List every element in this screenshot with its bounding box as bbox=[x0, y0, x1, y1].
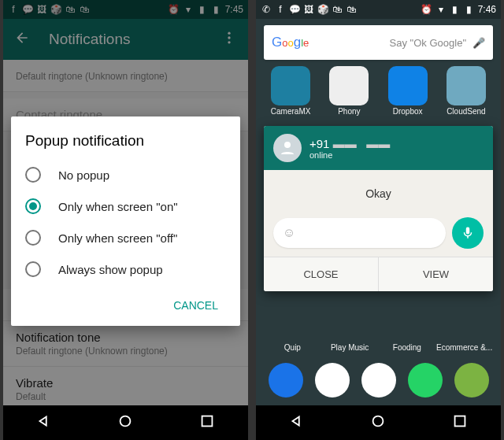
presence-status: online bbox=[309, 150, 390, 160]
app-label: Fooding bbox=[379, 343, 436, 352]
messages-icon bbox=[454, 363, 489, 397]
phone-left: f 💬 🖼 🎲 🛍 🛍 ⏰ ▾ ▮ ▮ 7:45 Notifications D… bbox=[3, 0, 248, 440]
dock bbox=[264, 358, 493, 402]
svg-point-3 bbox=[120, 416, 131, 427]
app-row: CameraMX Phony Dropbox CloudSend bbox=[256, 63, 501, 116]
app-icon bbox=[329, 66, 369, 105]
facebook-icon: f bbox=[275, 4, 286, 15]
chat-icon: 💬 bbox=[289, 4, 300, 15]
app-label: CameraMX bbox=[264, 107, 317, 116]
contact-number: +91 bbox=[309, 137, 329, 150]
app-icon bbox=[271, 66, 310, 105]
dominos-icon: 🎲 bbox=[317, 4, 328, 15]
phone-icon bbox=[269, 363, 303, 397]
navbar bbox=[256, 405, 501, 440]
dock-app-whatsapp[interactable] bbox=[403, 363, 447, 397]
app-label: Play Music bbox=[321, 343, 379, 352]
dialog-title: Popup notification bbox=[25, 132, 226, 150]
message-text: Okay bbox=[264, 170, 493, 217]
navbar bbox=[3, 405, 248, 440]
home-bottom: QuipPlay MusicFoodingEcommerce &... bbox=[256, 343, 501, 402]
signal-icon: ▮ bbox=[450, 4, 461, 15]
radio-icon bbox=[25, 230, 41, 246]
chrome-icon bbox=[315, 363, 350, 397]
nav-home-icon[interactable] bbox=[117, 412, 134, 433]
radio-icon bbox=[25, 167, 41, 183]
dock-app-chrome[interactable] bbox=[310, 363, 354, 397]
close-button[interactable]: CLOSE bbox=[264, 257, 378, 291]
emoji-icon[interactable]: ☺ bbox=[283, 226, 295, 240]
app-launcher[interactable]: Phony bbox=[322, 63, 376, 116]
radio-label: No popup bbox=[58, 168, 109, 182]
radio-label: Only when screen "off" bbox=[58, 231, 177, 245]
app-label: Phony bbox=[322, 107, 376, 116]
image-icon: 🖼 bbox=[303, 4, 314, 15]
redacted: ▬▬ ▬▬ bbox=[333, 137, 391, 150]
radio-icon bbox=[25, 198, 41, 214]
store-icon: 🛍 bbox=[346, 4, 357, 15]
app-icon bbox=[447, 66, 486, 105]
app-launcher[interactable]: Dropbox bbox=[381, 63, 435, 116]
popup-header: +91 ▬▬ ▬▬ online bbox=[264, 126, 493, 170]
cancel-button[interactable]: CANCEL bbox=[165, 293, 226, 318]
svg-rect-4 bbox=[202, 416, 213, 427]
radio-option[interactable]: Always show popup bbox=[25, 253, 226, 285]
google-search[interactable]: Google Say "Ok Google" 🎤 bbox=[264, 25, 493, 60]
svg-point-5 bbox=[284, 142, 291, 148]
app-launcher[interactable]: CameraMX bbox=[264, 63, 317, 116]
popup-dialog: Popup notification No popup Only when sc… bbox=[11, 116, 240, 326]
statusbar: ✆ f 💬 🖼 🎲 🛍 🛍 ⏰ ▾ ▮ ▮ 7:46 bbox=[256, 0, 501, 19]
avatar bbox=[273, 134, 302, 162]
nav-recent-icon[interactable] bbox=[451, 412, 469, 433]
whatsapp-icon: ✆ bbox=[261, 4, 272, 15]
view-button[interactable]: VIEW bbox=[378, 257, 493, 291]
whatsapp-icon bbox=[408, 363, 443, 397]
app-label: Ecommerce &... bbox=[435, 343, 493, 352]
nav-back-icon[interactable] bbox=[35, 412, 53, 433]
dock-app-phone[interactable] bbox=[264, 363, 307, 397]
app-label: CloudSend bbox=[439, 107, 493, 116]
phone-right: ✆ f 💬 🖼 🎲 🛍 🛍 ⏰ ▾ ▮ ▮ 7:46 Google Say "O… bbox=[256, 0, 501, 440]
alarm-icon: ⏰ bbox=[421, 4, 432, 15]
nav-back-icon[interactable] bbox=[288, 412, 306, 433]
app-label: Quip bbox=[264, 343, 321, 352]
radio-option[interactable]: Only when screen "on" bbox=[25, 190, 226, 222]
mic-icon[interactable]: 🎤 bbox=[472, 37, 485, 49]
app-label: Dropbox bbox=[381, 107, 435, 116]
radio-label: Only when screen "on" bbox=[58, 200, 178, 213]
dock-app-messages[interactable] bbox=[450, 363, 493, 397]
svg-point-6 bbox=[373, 416, 384, 427]
radio-icon bbox=[25, 261, 41, 277]
google-logo: Google bbox=[272, 35, 309, 50]
wifi-icon: ▾ bbox=[435, 4, 447, 15]
nav-home-icon[interactable] bbox=[369, 412, 387, 433]
dock-app-apps[interactable] bbox=[357, 363, 400, 397]
svg-rect-7 bbox=[455, 416, 465, 427]
clock: 7:46 bbox=[478, 4, 496, 15]
whatsapp-popup: +91 ▬▬ ▬▬ online Okay ☺ CLOSE VIEW bbox=[264, 126, 493, 291]
battery-icon: ▮ bbox=[464, 4, 475, 15]
search-hint: Say "Ok Google" bbox=[390, 37, 466, 49]
store-icon: 🛍 bbox=[332, 4, 343, 15]
app-icon bbox=[388, 66, 428, 105]
radio-option[interactable]: No popup bbox=[25, 159, 226, 190]
reply-input[interactable]: ☺ bbox=[273, 218, 446, 248]
voice-button[interactable] bbox=[452, 217, 484, 249]
nav-recent-icon[interactable] bbox=[198, 412, 216, 433]
apps-icon bbox=[361, 363, 396, 397]
radio-label: Always show popup bbox=[58, 263, 163, 276]
app-launcher[interactable]: CloudSend bbox=[439, 63, 493, 116]
radio-option[interactable]: Only when screen "off" bbox=[25, 222, 226, 253]
